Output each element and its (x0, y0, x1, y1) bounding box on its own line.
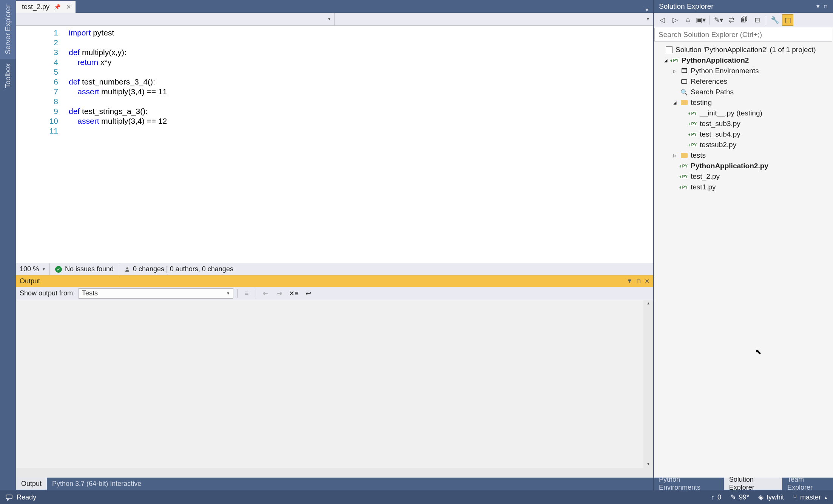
solution-explorer-title-bar[interactable]: Solution Explorer ▼ ⊓ (654, 0, 833, 13)
collapse-all-icon[interactable]: ⊟ (751, 14, 763, 26)
search-paths-node[interactable]: 🔍 Search Paths (654, 87, 833, 97)
pending-edits-button[interactable]: ✎ 99* (730, 493, 749, 501)
solution-tree[interactable]: Solution 'PythonApplication2' (1 of 1 pr… (654, 42, 833, 478)
expander-icon[interactable] (672, 69, 678, 74)
python-file-icon: +PY (680, 172, 688, 181)
tab-python-environments[interactable]: Python Environments (654, 478, 724, 490)
tab-solution-explorer[interactable]: Solution Explorer (724, 478, 782, 490)
file-test2[interactable]: +PY test_2.py (654, 171, 833, 182)
chevron-down-icon: ▼ (327, 17, 331, 21)
python-project-icon: +PY (671, 56, 679, 65)
project-node[interactable]: +PY PythonApplication2 (654, 55, 833, 66)
toolbox-tab[interactable]: Toolbox (0, 59, 16, 93)
codelens-changes[interactable]: 0 changes | 0 authors, 0 changes (119, 263, 239, 275)
switch-views-icon[interactable]: ▣▾ (695, 14, 707, 26)
search-paths-icon: 🔍 (680, 88, 688, 96)
tree-label: testing (691, 98, 712, 107)
horizontal-scrollbar[interactable] (16, 468, 653, 478)
tab-team-explorer[interactable]: Team Explorer (782, 478, 833, 490)
feedback-icon[interactable] (5, 493, 13, 501)
folder-testing-node[interactable]: testing (654, 97, 833, 108)
expander-icon[interactable] (663, 58, 669, 63)
tree-label: PythonApplication2.py (691, 162, 768, 170)
solution-search-box[interactable] (654, 28, 832, 41)
chevron-down-icon: ▼ (646, 17, 650, 21)
expander-icon[interactable] (672, 153, 678, 158)
tree-label: tests (691, 151, 706, 160)
output-title: Output (20, 277, 40, 285)
code-editor[interactable]: 1234567891011 import pytest def multiply… (16, 26, 653, 263)
tab-output[interactable]: Output (16, 478, 47, 490)
clear-all-icon[interactable]: ✕≡ (288, 288, 299, 299)
previous-icon[interactable]: ⇤ (260, 288, 270, 299)
pending-edits-count: 99* (739, 493, 749, 501)
python-file-icon: +PY (680, 183, 688, 191)
folder-icon (680, 98, 688, 107)
code-text[interactable]: import pytest def multiply(x,y): return … (69, 26, 653, 263)
issues-indicator[interactable]: ✓ No issues found (50, 263, 119, 275)
pin-icon[interactable]: ⊓ (636, 278, 641, 285)
tab-dropdown-icon[interactable]: ▼ (640, 7, 653, 13)
back-icon[interactable]: ◁ (657, 14, 668, 26)
tab-python-interactive[interactable]: Python 3.7 (64-bit) Interactive (47, 478, 147, 490)
pin-icon[interactable]: ⊓ (824, 3, 828, 9)
vertical-scrollbar[interactable]: ▲ ▼ (643, 300, 653, 468)
show-output-from-label: Show output from: (20, 289, 75, 297)
zoom-combo[interactable]: 100 % ▼ (16, 263, 50, 275)
references-node[interactable]: References (654, 76, 833, 87)
find-message-icon[interactable]: ≡ (241, 288, 252, 299)
sync-active-icon[interactable]: ⇄ (726, 14, 737, 26)
file-testsub2[interactable]: +PY testsub2.py (654, 140, 833, 150)
solution-explorer-toolbar: ◁ ▷ ⌂ ▣▾ ✎▾ ⇄ 🗐 ⊟ 🔧 ▤ (654, 13, 833, 27)
member-combo[interactable]: ▼ (335, 13, 653, 25)
bottom-tool-tabs-left: Output Python 3.7 (64-bit) Interactive (16, 478, 653, 490)
python-file-icon: +PY (689, 130, 697, 138)
tree-label: test_2.py (691, 172, 720, 181)
window-position-icon[interactable]: ▼ (626, 278, 632, 285)
branch-icon: ⑂ (793, 493, 797, 501)
file-init-py[interactable]: +PY __init__.py (testing) (654, 108, 833, 118)
pending-changes-filter-icon[interactable]: ✎▾ (713, 14, 724, 26)
next-icon[interactable]: ⇥ (274, 288, 285, 299)
separator (766, 15, 766, 25)
properties-icon[interactable]: 🔧 (769, 14, 781, 26)
status-bar: Ready ↑ 0 ✎ 99* ◈ tywhit ⑂ master ▲ (0, 490, 833, 504)
tree-label: test_sub4.py (700, 130, 740, 138)
scroll-down-icon[interactable]: ▼ (645, 462, 652, 467)
tree-label: __init__.py (testing) (700, 109, 762, 117)
show-all-files-icon[interactable]: ▤ (782, 14, 793, 26)
file-test-sub4[interactable]: +PY test_sub4.py (654, 129, 833, 140)
output-text-area[interactable]: ▲ ▼ (16, 300, 653, 468)
tree-label: test1.py (691, 183, 716, 191)
file-test1[interactable]: +PY test1.py (654, 182, 833, 192)
solution-node[interactable]: Solution 'PythonApplication2' (1 of 1 pr… (654, 45, 833, 55)
python-environments-node[interactable]: 🗔 Python Environments (654, 66, 833, 76)
server-explorer-tab[interactable]: Server Explorer (0, 0, 16, 59)
file-test-sub3[interactable]: +PY test_sub3.py (654, 118, 833, 129)
forward-icon[interactable]: ▷ (669, 14, 681, 26)
output-title-bar[interactable]: Output ▼ ⊓ ✕ (16, 275, 653, 287)
expander-icon[interactable] (672, 100, 678, 105)
close-icon[interactable]: × (65, 3, 73, 11)
scope-combo[interactable]: ▼ (16, 13, 335, 25)
editor-tab-test2[interactable]: test_2.py 📌 × (16, 1, 76, 13)
user-button[interactable]: ◈ tywhit (758, 493, 784, 501)
branch-button[interactable]: ⑂ master ▲ (793, 493, 828, 501)
folder-tests-node[interactable]: tests (654, 150, 833, 161)
output-source-value: Tests (82, 289, 98, 297)
tree-label: PythonApplication2 (682, 56, 749, 65)
check-icon: ✓ (55, 266, 62, 273)
file-main-py[interactable]: +PY PythonApplication2.py (654, 161, 833, 171)
word-wrap-icon[interactable]: ↩ (303, 288, 313, 299)
window-position-icon[interactable]: ▼ (815, 3, 821, 9)
status-ready-label: Ready (17, 493, 36, 501)
pin-icon[interactable]: 📌 (54, 4, 60, 10)
publish-button[interactable]: ↑ 0 (711, 493, 721, 501)
close-icon[interactable]: ✕ (645, 278, 649, 285)
output-source-combo[interactable]: Tests ▼ (79, 288, 233, 299)
scroll-up-icon[interactable]: ▲ (645, 301, 652, 306)
refresh-icon[interactable]: 🗐 (739, 14, 750, 26)
solution-search-input[interactable] (655, 28, 832, 41)
home-icon[interactable]: ⌂ (682, 14, 694, 26)
chevron-up-icon: ▲ (824, 495, 828, 499)
